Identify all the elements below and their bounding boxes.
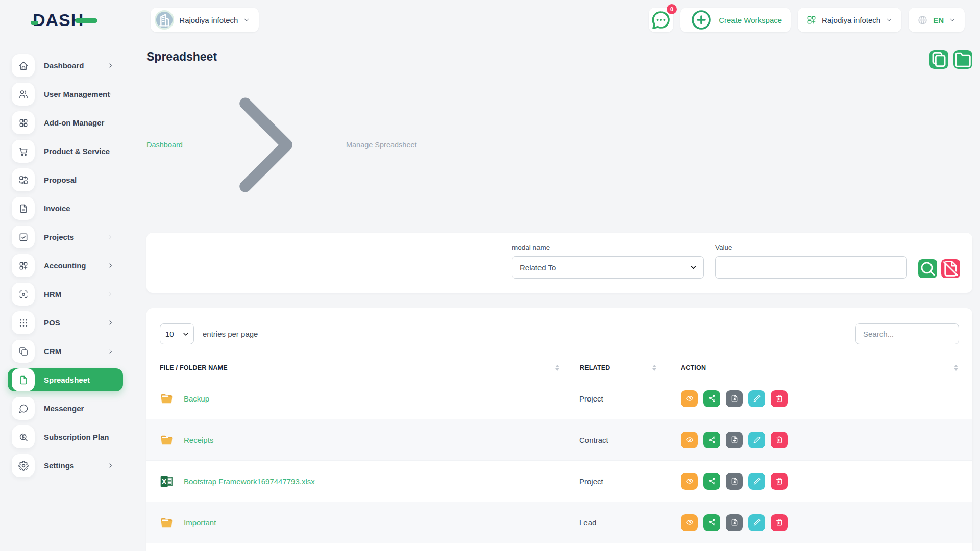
users-icon xyxy=(12,83,35,106)
column-header-related[interactable]: RELATED xyxy=(567,358,664,378)
chevron-down-icon xyxy=(886,16,893,23)
table-body: BackupProjectReceiptsContractXBootstrap … xyxy=(146,378,972,551)
workspace-switcher[interactable]: Rajodiya infotech xyxy=(151,8,259,32)
filter-reset-button[interactable] xyxy=(941,259,960,278)
delete-action-button[interactable] xyxy=(771,473,788,490)
file-off-icon xyxy=(941,259,960,278)
entries-per-page-select[interactable]: 10 xyxy=(160,323,194,344)
export-action-button[interactable] xyxy=(726,432,743,448)
delete-action-button[interactable] xyxy=(771,390,788,407)
sidebar-item-label: Subscription Plan xyxy=(44,433,109,441)
file-name-cell: Backup xyxy=(146,392,567,406)
sidebar-item-user-management[interactable]: User Management xyxy=(8,83,123,106)
export-action-button[interactable] xyxy=(726,390,743,407)
plus-circle-icon xyxy=(689,8,714,32)
create-workspace-button[interactable]: Create Workspace xyxy=(680,8,791,32)
share-action-button[interactable] xyxy=(703,514,720,531)
table-row: XBootstrap Framework1697447793.xlsxProje… xyxy=(146,461,972,502)
sidebar-item-label: Product & Service xyxy=(44,147,110,156)
edit-action-button[interactable] xyxy=(748,514,765,531)
import-export-button[interactable] xyxy=(929,50,948,69)
sidebar-item-label: Proposal xyxy=(44,176,77,184)
company-menu[interactable]: Rajodiya infotech xyxy=(798,8,901,32)
sidebar-item-label: Dashboard xyxy=(44,61,84,70)
delete-action-button[interactable] xyxy=(771,432,788,448)
share-action-button[interactable] xyxy=(703,432,720,448)
sort-icon[interactable] xyxy=(954,365,958,371)
action-cell xyxy=(664,473,972,490)
view-action-button[interactable] xyxy=(681,473,698,490)
edit-action-button[interactable] xyxy=(748,390,765,407)
logo-dot-icon xyxy=(31,21,38,25)
sidebar-item-accounting[interactable]: Accounting xyxy=(8,254,123,277)
workspace-name: Rajodiya infotech xyxy=(179,16,238,24)
file-link[interactable]: Backup xyxy=(184,394,209,403)
copy-file-icon xyxy=(929,50,948,69)
file-text-icon xyxy=(12,197,35,220)
app-logo[interactable]: DASH xyxy=(33,10,97,30)
folder-icon xyxy=(160,392,174,406)
breadcrumb-current: Manage Spreadsheet xyxy=(346,141,417,149)
sort-icon[interactable] xyxy=(555,365,559,371)
main-content: Spreadsheet Dashboard Manage Spreadsheet… xyxy=(128,37,980,551)
top-header: DASH Rajodiya infotech 0 Create Workspac… xyxy=(0,0,980,37)
file-link[interactable]: Bootstrap Framework1697447793.xlsx xyxy=(184,477,315,486)
swap-icon xyxy=(12,168,35,191)
sidebar-item-subscription-plan[interactable]: Subscription Plan xyxy=(8,425,123,448)
language-menu[interactable]: EN xyxy=(909,8,965,32)
globe-icon xyxy=(917,15,928,26)
delete-action-button[interactable] xyxy=(771,514,788,531)
share-action-button[interactable] xyxy=(703,473,720,490)
cart-icon xyxy=(12,140,35,163)
sidebar-item-proposal[interactable]: Proposal xyxy=(8,168,123,191)
chevron-right-icon xyxy=(188,68,341,221)
file-name-cell: XBootstrap Framework1697447793.xlsx xyxy=(146,474,567,488)
messages-button[interactable]: 0 xyxy=(649,8,673,32)
sidebar-item-pos[interactable]: POS xyxy=(8,311,123,334)
sort-icon[interactable] xyxy=(652,365,656,371)
sidebar-item-spreadsheet[interactable]: Spreadsheet xyxy=(8,368,123,391)
scan-icon xyxy=(12,283,35,306)
sidebar-item-messenger[interactable]: Messenger xyxy=(8,397,123,420)
export-action-button[interactable] xyxy=(726,473,743,490)
table-header-row: FILE / FOLDER NAME RELATED ACTION xyxy=(146,358,972,378)
sidebar-item-product-service[interactable]: Product & Service xyxy=(8,140,123,163)
sidebar-item-label: Add-on Manager xyxy=(44,118,104,127)
sidebar-item-invoice[interactable]: Invoice xyxy=(8,197,123,220)
sidebar-item-projects[interactable]: Projects xyxy=(8,226,123,248)
sidebar-item-add-on-manager[interactable]: Add-on Manager xyxy=(8,111,123,134)
edit-action-button[interactable] xyxy=(748,432,765,448)
value-input[interactable] xyxy=(715,256,907,279)
table-search-input[interactable] xyxy=(855,323,959,344)
share-action-button[interactable] xyxy=(703,390,720,407)
export-action-button[interactable] xyxy=(726,514,743,531)
action-cell xyxy=(664,390,972,407)
column-header-action[interactable]: ACTION xyxy=(664,358,972,378)
sidebar-item-crm[interactable]: CRM xyxy=(8,340,123,363)
model-select[interactable]: Related To xyxy=(512,256,704,279)
breadcrumb-dashboard-link[interactable]: Dashboard xyxy=(146,141,183,149)
related-cell: Lead xyxy=(567,518,664,527)
file-link[interactable]: Receipts xyxy=(184,436,213,444)
file-icon xyxy=(12,368,35,391)
view-action-button[interactable] xyxy=(681,432,698,448)
sidebar-item-label: CRM xyxy=(44,347,61,356)
sidebar-item-hrm[interactable]: HRM xyxy=(8,283,123,306)
excel-file-icon: X xyxy=(160,474,174,488)
view-action-button[interactable] xyxy=(681,390,698,407)
filter-card: modal name Related To Value xyxy=(146,233,972,293)
column-header-file-folder-name[interactable]: FILE / FOLDER NAME xyxy=(146,358,567,378)
edit-action-button[interactable] xyxy=(748,473,765,490)
gear-icon xyxy=(12,454,35,477)
sidebar-item-settings[interactable]: Settings xyxy=(8,454,123,477)
action-cell xyxy=(664,514,972,531)
file-link[interactable]: Important xyxy=(184,518,216,527)
sidebar-item-dashboard[interactable]: Dashboard xyxy=(8,54,123,77)
filter-search-button[interactable] xyxy=(918,259,937,278)
manage-folder-button[interactable] xyxy=(953,50,972,69)
view-action-button[interactable] xyxy=(681,514,698,531)
create-workspace-label: Create Workspace xyxy=(719,16,782,24)
sidebar-item-label: Invoice xyxy=(44,204,70,213)
breadcrumb: Dashboard Manage Spreadsheet xyxy=(146,68,417,221)
sidebar-item-label: User Management xyxy=(44,90,110,98)
